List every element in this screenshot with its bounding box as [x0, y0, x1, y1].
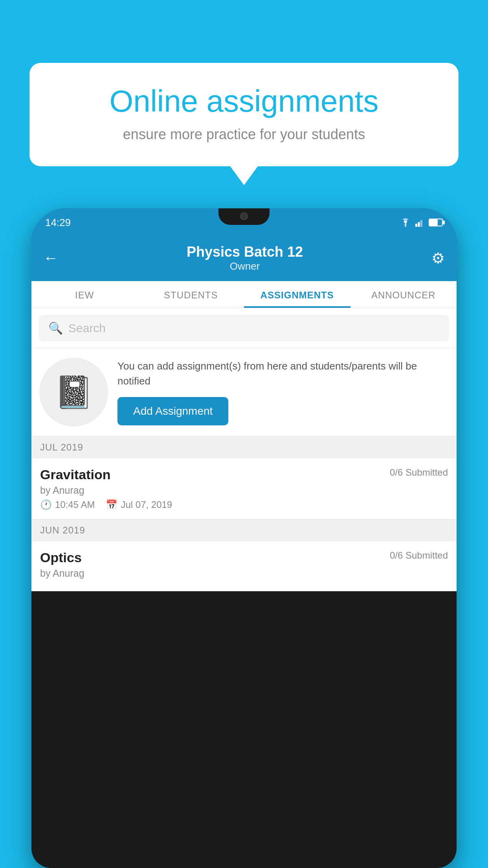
assignment-date-gravitation: 📅 Jul 07, 2019 [106, 499, 172, 510]
tabs-bar: IEW STUDENTS ASSIGNMENTS ANNOUNCER [31, 281, 457, 308]
assignment-item-header: Gravitation 0/6 Submitted [40, 467, 448, 482]
phone-frame: 14:29 ← Physi [31, 208, 457, 868]
add-assignment-button[interactable]: Add Assignment [117, 397, 228, 425]
back-button[interactable]: ← [43, 250, 58, 267]
assignment-meta-gravitation: 🕐 10:45 AM 📅 Jul 07, 2019 [40, 499, 448, 510]
tab-iew[interactable]: IEW [31, 281, 138, 308]
speech-bubble-container: Online assignments ensure more practice … [29, 63, 459, 166]
assignment-name-optics: Optics [40, 550, 82, 565]
assignment-name-gravitation: Gravitation [40, 467, 110, 482]
month-label-jun: JUN 2019 [40, 525, 85, 535]
clock-icon: 🕐 [40, 499, 52, 510]
app-header: ← Physics Batch 12 Owner ⚙ [31, 237, 457, 281]
tab-announcements[interactable]: ANNOUNCER [350, 281, 457, 308]
wifi-icon [400, 218, 411, 227]
phone-content: 🔍 Search 📓 You can add assignment(s) fro… [31, 308, 457, 591]
calendar-icon: 📅 [106, 499, 117, 510]
speech-bubble-title: Online assignments [53, 85, 435, 118]
assignment-submitted-optics: 0/6 Submitted [390, 550, 448, 561]
assignment-submitted-gravitation: 0/6 Submitted [390, 467, 448, 478]
speech-bubble-subtitle: ensure more practice for your students [53, 126, 435, 143]
assignment-by-optics: by Anurag [40, 568, 448, 579]
header-title-block: Physics Batch 12 Owner [187, 244, 303, 272]
camera-notch [240, 212, 248, 220]
owner-subtitle: Owner [187, 260, 303, 272]
search-bar[interactable]: 🔍 Search [39, 315, 449, 341]
search-icon: 🔍 [48, 321, 63, 335]
status-bar: 14:29 [31, 208, 457, 237]
signal-icon [415, 218, 425, 227]
assignment-by-gravitation: by Anurag [40, 485, 448, 496]
tab-students[interactable]: STUDENTS [138, 281, 244, 308]
batch-title: Physics Batch 12 [187, 244, 303, 260]
add-assignment-right: You can add assignment(s) from here and … [117, 359, 449, 425]
search-placeholder: Search [68, 322, 106, 335]
svg-rect-2 [418, 222, 420, 227]
status-time: 14:29 [45, 217, 71, 229]
month-section-jul: JUL 2019 [31, 436, 457, 458]
month-label-jul: JUL 2019 [40, 442, 83, 452]
tab-assignments[interactable]: ASSIGNMENTS [244, 281, 350, 308]
svg-rect-3 [420, 220, 422, 227]
speech-bubble: Online assignments ensure more practice … [29, 63, 459, 166]
assignment-icon-circle: 📓 [39, 358, 108, 427]
assignment-item-optics[interactable]: Optics 0/6 Submitted by Anurag [31, 541, 457, 591]
phone-notch [218, 208, 270, 225]
svg-point-0 [405, 225, 406, 227]
add-assignment-description: You can add assignment(s) from here and … [117, 359, 449, 388]
assignment-time-gravitation: 🕐 10:45 AM [40, 499, 95, 510]
assignment-item-gravitation[interactable]: Gravitation 0/6 Submitted by Anurag 🕐 10… [31, 458, 457, 519]
svg-rect-1 [415, 224, 417, 227]
assignment-item-optics-header: Optics 0/6 Submitted [40, 550, 448, 565]
settings-icon[interactable]: ⚙ [431, 250, 445, 267]
search-bar-container: 🔍 Search [31, 308, 457, 348]
battery-icon [429, 219, 443, 226]
status-icons [400, 218, 443, 227]
notebook-icon: 📓 [54, 374, 94, 411]
add-assignment-section: 📓 You can add assignment(s) from here an… [31, 348, 457, 436]
month-section-jun: JUN 2019 [31, 519, 457, 541]
